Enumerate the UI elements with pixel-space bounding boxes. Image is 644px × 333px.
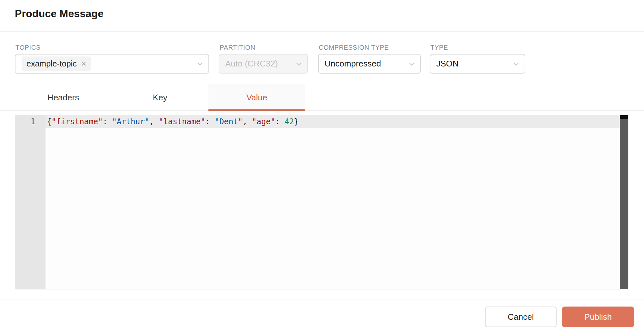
line-number: 1 <box>15 115 45 128</box>
remove-topic-icon[interactable]: ✕ <box>81 60 87 67</box>
topic-tag-label: example-topic <box>26 59 77 68</box>
produce-message-dialog: Produce Message TOPICS PARTITION COMPRES… <box>0 0 644 333</box>
editor-scrollbar[interactable] <box>620 115 628 289</box>
code-token: , <box>243 117 252 126</box>
compression-value: Uncompressed <box>325 59 381 69</box>
code-token: "Arthur" <box>112 117 149 126</box>
type-select[interactable]: JSON <box>430 54 525 74</box>
tab-key[interactable]: Key <box>112 84 208 111</box>
code-token: "firstname" <box>51 117 103 126</box>
code-line[interactable]: {"firstname": "Arthur", "lastname": "Den… <box>47 115 298 128</box>
cancel-button[interactable]: Cancel <box>485 307 557 327</box>
chevron-down-icon <box>295 60 303 68</box>
type-label: TYPE <box>430 44 448 51</box>
tab-headers[interactable]: Headers <box>15 84 112 111</box>
tab-value[interactable]: Value <box>208 84 305 111</box>
code-token: "Dent" <box>215 117 243 126</box>
compression-select[interactable]: Uncompressed <box>318 54 421 74</box>
type-value: JSON <box>436 59 458 69</box>
partition-select: Auto (CRC32) <box>219 54 308 74</box>
code-token: : <box>275 117 285 126</box>
code-token: : <box>103 117 112 126</box>
code-editor[interactable]: 1 {"firstname": "Arthur", "lastname": "D… <box>15 115 629 289</box>
tabs-divider <box>0 110 644 111</box>
active-tab-underline <box>208 109 305 111</box>
topics-select[interactable]: example-topic ✕ <box>15 54 209 74</box>
scrollbar-thumb[interactable] <box>620 115 628 119</box>
chevron-down-icon <box>512 60 520 68</box>
code-token: , <box>149 117 159 126</box>
editor-gutter: 1 <box>15 115 45 289</box>
page-title: Produce Message <box>15 8 104 20</box>
code-token: 42 <box>285 117 294 126</box>
code-token: : <box>205 117 215 126</box>
chevron-down-icon <box>408 60 416 68</box>
topic-tag: example-topic ✕ <box>22 56 91 71</box>
footer-divider <box>0 299 644 299</box>
code-token: } <box>294 117 298 126</box>
publish-button[interactable]: Publish <box>562 307 634 327</box>
code-token: { <box>47 117 51 126</box>
partition-label: PARTITION <box>220 44 255 51</box>
chevron-down-icon <box>196 60 204 68</box>
code-token: "lastname" <box>159 117 206 126</box>
code-token: "age" <box>252 117 275 126</box>
compression-label: COMPRESSION TYPE <box>319 44 389 51</box>
topics-label: TOPICS <box>15 44 41 51</box>
partition-value: Auto (CRC32) <box>225 59 278 69</box>
header-divider <box>0 31 644 32</box>
